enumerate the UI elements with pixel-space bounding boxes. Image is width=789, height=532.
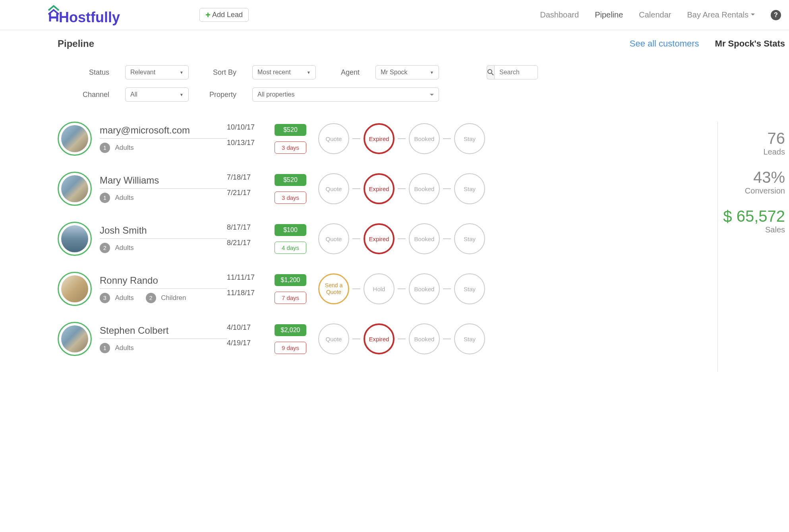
stage-hold[interactable]: Hold: [364, 273, 394, 304]
stage-separator: [398, 288, 406, 289]
lead-name[interactable]: Josh Smith: [100, 225, 227, 239]
header: Hostfully + Add Lead Dashboard Pipeline …: [0, 0, 789, 30]
stage-stay[interactable]: Stay: [454, 173, 485, 204]
stage-separator: [443, 138, 451, 139]
lead-name[interactable]: mary@microsoft.com: [100, 125, 227, 139]
svg-point-3: [488, 70, 492, 74]
add-lead-label: Add Lead: [212, 11, 243, 19]
price-badge: $520: [275, 174, 306, 186]
stat-sales-label: Sales: [718, 225, 785, 234]
chevron-down-icon: ▼: [430, 70, 434, 75]
stage-stay[interactable]: Stay: [454, 323, 485, 354]
stage-separator: [352, 188, 360, 189]
property-avatar: [61, 175, 88, 202]
lead-name[interactable]: Stephen Colbert: [100, 325, 227, 339]
lead-name[interactable]: Ronny Rando: [100, 275, 227, 289]
nav-dashboard[interactable]: Dashboard: [540, 10, 579, 19]
property-select[interactable]: All properties: [252, 87, 439, 102]
stage-stay[interactable]: Stay: [454, 123, 485, 154]
stage-separator: [443, 339, 451, 339]
stage-separator: [443, 188, 451, 189]
stage-separator: [352, 238, 360, 239]
stage-quote[interactable]: Quote: [318, 123, 349, 154]
adults-label: Adults: [115, 294, 133, 302]
adults-label: Adults: [115, 344, 133, 352]
stage-booked[interactable]: Booked: [409, 323, 440, 354]
stage-stay[interactable]: Stay: [454, 273, 485, 304]
stage-separator: [443, 238, 451, 239]
lead-row[interactable]: mary@microsoft.com 1 Adults 10/10/17 10/…: [58, 122, 717, 156]
stat-leads-label: Leads: [718, 147, 785, 157]
property-avatar: [61, 325, 88, 352]
days-badge: 9 days: [275, 342, 306, 354]
stage-booked[interactable]: Booked: [409, 123, 440, 154]
nav-calendar[interactable]: Calendar: [639, 10, 671, 19]
stage-quote[interactable]: Quote: [318, 323, 349, 354]
sortby-select[interactable]: Most recent ▼: [252, 65, 316, 79]
agent-select[interactable]: Mr Spock ▼: [375, 65, 439, 79]
stage-booked[interactable]: Booked: [409, 173, 440, 204]
nav-pipeline[interactable]: Pipeline: [595, 10, 623, 19]
stage-separator: [398, 188, 406, 189]
channel-select[interactable]: All ▼: [125, 87, 189, 102]
stage-send_quote[interactable]: Send a Quote: [318, 273, 349, 304]
property-avatar: [61, 125, 88, 152]
stage-separator: [398, 238, 406, 239]
lead-row[interactable]: Mary Williams 1 Adults 7/18/17 7/21/17 $…: [58, 172, 717, 206]
chevron-down-icon: ▼: [180, 93, 184, 97]
stat-conv-label: Conversion: [718, 186, 785, 195]
logo[interactable]: Hostfully: [48, 4, 120, 26]
adults-label: Adults: [115, 194, 133, 201]
children-label: Children: [161, 294, 186, 302]
search-input[interactable]: [494, 65, 538, 79]
page-title: Pipeline: [58, 38, 94, 49]
adults-count-badge: 1: [100, 193, 110, 203]
pipeline-stages: Quote Expired Booked Stay: [318, 223, 485, 254]
search-icon: [487, 69, 494, 76]
logo-text: Hostfully: [59, 9, 120, 26]
agent-stats-link[interactable]: Mr Spock's Stats: [715, 39, 785, 49]
lead-row[interactable]: Josh Smith 2 Adults 8/17/17 8/21/17 $100…: [58, 222, 717, 256]
adults-label: Adults: [115, 144, 133, 151]
adults-count-badge: 2: [100, 243, 110, 253]
stage-expired[interactable]: Expired: [364, 123, 394, 154]
avatar-ring: [58, 172, 92, 206]
stage-expired[interactable]: Expired: [364, 323, 394, 354]
see-all-customers-link[interactable]: See all customers: [630, 39, 699, 49]
checkout-date: 11/18/17: [227, 289, 275, 297]
checkin-date: 7/18/17: [227, 173, 275, 182]
nav-account-dropdown[interactable]: Bay Area Rentals: [687, 10, 755, 19]
leads-list: mary@microsoft.com 1 Adults 10/10/17 10/…: [58, 122, 717, 372]
caret-down-icon: [430, 94, 434, 98]
channel-label: Channel: [70, 91, 109, 99]
stage-separator: [398, 339, 406, 339]
lead-row[interactable]: Ronny Rando 3 Adults 2 Children 11/11/17…: [58, 272, 717, 306]
stage-separator: [443, 288, 451, 289]
pipeline-stages: Send a Quote Hold Booked Stay: [318, 273, 485, 304]
property-value: All properties: [257, 91, 294, 98]
checkin-date: 4/10/17: [227, 323, 275, 332]
stage-booked[interactable]: Booked: [409, 223, 440, 254]
adults-count-badge: 3: [100, 293, 110, 303]
checkout-date: 4/19/17: [227, 339, 275, 347]
stage-expired[interactable]: Expired: [364, 223, 394, 254]
stage-stay[interactable]: Stay: [454, 223, 485, 254]
stage-quote[interactable]: Quote: [318, 223, 349, 254]
days-badge: 3 days: [275, 141, 306, 154]
stage-booked[interactable]: Booked: [409, 273, 440, 304]
pipeline-stages: Quote Expired Booked Stay: [318, 173, 485, 204]
pipeline-stages: Quote Expired Booked Stay: [318, 123, 485, 154]
search-button[interactable]: [487, 65, 494, 79]
svg-line-4: [491, 73, 493, 75]
stage-expired[interactable]: Expired: [364, 173, 394, 204]
stage-quote[interactable]: Quote: [318, 173, 349, 204]
add-lead-button[interactable]: + Add Lead: [199, 8, 249, 22]
price-badge: $100: [275, 224, 306, 236]
price-badge: $1,200: [275, 274, 306, 286]
days-badge: 7 days: [275, 292, 306, 304]
lead-row[interactable]: Stephen Colbert 1 Adults 4/10/17 4/19/17…: [58, 322, 717, 356]
help-icon[interactable]: ?: [771, 10, 781, 20]
stage-separator: [352, 288, 360, 289]
status-select[interactable]: Relevant ▼: [125, 65, 189, 79]
lead-name[interactable]: Mary Williams: [100, 175, 227, 189]
